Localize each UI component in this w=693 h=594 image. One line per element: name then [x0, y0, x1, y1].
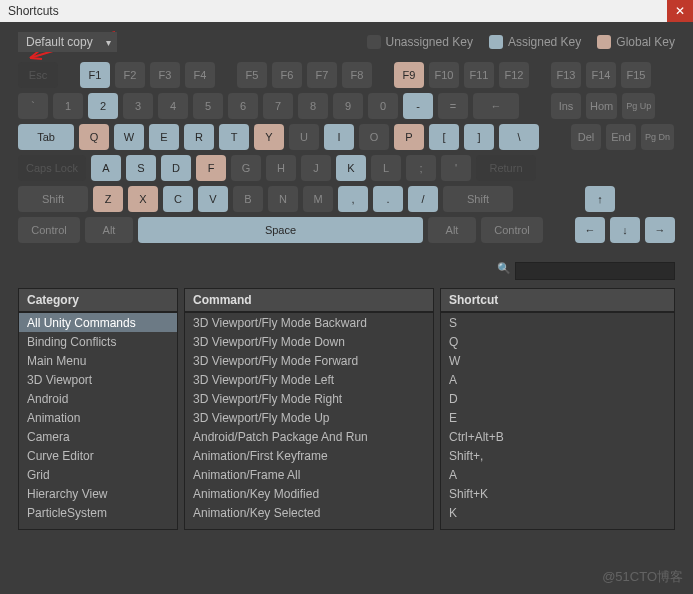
key-h[interactable]: H: [266, 155, 296, 181]
shortcut-item[interactable]: Q: [441, 332, 674, 351]
command-list[interactable]: 3D Viewport/Fly Mode Backward3D Viewport…: [184, 312, 434, 530]
key-g[interactable]: G: [231, 155, 261, 181]
key-del[interactable]: Del: [571, 124, 601, 150]
key-f5[interactable]: F5: [237, 62, 267, 88]
shortcut-item[interactable]: S: [441, 313, 674, 332]
key-s[interactable]: S: [126, 155, 156, 181]
key-f[interactable]: F: [196, 155, 226, 181]
key-minus[interactable]: -: [403, 93, 433, 119]
key-f11[interactable]: F11: [464, 62, 494, 88]
key-tab[interactable]: Tab: [18, 124, 74, 150]
key-end[interactable]: End: [606, 124, 636, 150]
category-item[interactable]: Grid: [19, 465, 177, 484]
key-2[interactable]: 2: [88, 93, 118, 119]
key-8[interactable]: 8: [298, 93, 328, 119]
key-y[interactable]: Y: [254, 124, 284, 150]
key-f12[interactable]: F12: [499, 62, 529, 88]
key-comma[interactable]: ,: [338, 186, 368, 212]
key-q[interactable]: Q: [79, 124, 109, 150]
search-input[interactable]: [515, 262, 675, 280]
key-l[interactable]: L: [371, 155, 401, 181]
profile-dropdown[interactable]: Default copy: [18, 32, 117, 52]
shortcut-list[interactable]: SQWADECtrl+Alt+BShift+,AShift+KK: [440, 312, 675, 530]
key-5[interactable]: 5: [193, 93, 223, 119]
key-f2[interactable]: F2: [115, 62, 145, 88]
key-right[interactable]: →: [645, 217, 675, 243]
key-j[interactable]: J: [301, 155, 331, 181]
category-item[interactable]: Main Menu: [19, 351, 177, 370]
key-w[interactable]: W: [114, 124, 144, 150]
key-down[interactable]: ↓: [610, 217, 640, 243]
key-rctrl[interactable]: Control: [481, 217, 543, 243]
key-up[interactable]: ↑: [585, 186, 615, 212]
key-backtick[interactable]: `: [18, 93, 48, 119]
shortcut-item[interactable]: E: [441, 408, 674, 427]
command-item[interactable]: Animation/Frame All: [185, 465, 433, 484]
key-3[interactable]: 3: [123, 93, 153, 119]
command-item[interactable]: Android/Patch Package And Run: [185, 427, 433, 446]
shortcut-item[interactable]: K: [441, 503, 674, 522]
key-return[interactable]: Return: [476, 155, 536, 181]
key-f3[interactable]: F3: [150, 62, 180, 88]
key-rbracket[interactable]: ]: [464, 124, 494, 150]
key-f6[interactable]: F6: [272, 62, 302, 88]
key-pgdn[interactable]: Pg Dn: [641, 124, 674, 150]
key-lbracket[interactable]: [: [429, 124, 459, 150]
key-ins[interactable]: Ins: [551, 93, 581, 119]
key-1[interactable]: 1: [53, 93, 83, 119]
key-period[interactable]: .: [373, 186, 403, 212]
command-item[interactable]: Animation/First Keyframe: [185, 446, 433, 465]
key-esc[interactable]: Esc: [18, 62, 58, 88]
key-d[interactable]: D: [161, 155, 191, 181]
category-item[interactable]: Curve Editor: [19, 446, 177, 465]
category-item[interactable]: Android: [19, 389, 177, 408]
key-f15[interactable]: F15: [621, 62, 651, 88]
shortcut-item[interactable]: Shift+,: [441, 446, 674, 465]
command-item[interactable]: 3D Viewport/Fly Mode Up: [185, 408, 433, 427]
command-item[interactable]: 3D Viewport/Fly Mode Right: [185, 389, 433, 408]
key-backslash[interactable]: \: [499, 124, 539, 150]
key-m[interactable]: M: [303, 186, 333, 212]
key-f4[interactable]: F4: [185, 62, 215, 88]
key-home[interactable]: Hom: [586, 93, 617, 119]
category-item[interactable]: ParticleSystem: [19, 503, 177, 522]
category-item[interactable]: All Unity Commands: [19, 313, 177, 332]
key-k[interactable]: K: [336, 155, 366, 181]
key-equals[interactable]: =: [438, 93, 468, 119]
key-f7[interactable]: F7: [307, 62, 337, 88]
key-7[interactable]: 7: [263, 93, 293, 119]
key-n[interactable]: N: [268, 186, 298, 212]
key-c[interactable]: C: [163, 186, 193, 212]
key-b[interactable]: B: [233, 186, 263, 212]
key-i[interactable]: I: [324, 124, 354, 150]
command-item[interactable]: Animation/Key Modified: [185, 484, 433, 503]
key-f13[interactable]: F13: [551, 62, 581, 88]
key-rshift[interactable]: Shift: [443, 186, 513, 212]
command-item[interactable]: 3D Viewport/Fly Mode Backward: [185, 313, 433, 332]
key-t[interactable]: T: [219, 124, 249, 150]
key-apostrophe[interactable]: ': [441, 155, 471, 181]
key-r[interactable]: R: [184, 124, 214, 150]
key-f9[interactable]: F9: [394, 62, 424, 88]
key-a[interactable]: A: [91, 155, 121, 181]
command-item[interactable]: Animation/Key Selected: [185, 503, 433, 522]
key-capslock[interactable]: Caps Lock: [18, 155, 86, 181]
command-item[interactable]: 3D Viewport/Fly Mode Left: [185, 370, 433, 389]
key-e[interactable]: E: [149, 124, 179, 150]
shortcut-item[interactable]: D: [441, 389, 674, 408]
key-space[interactable]: Space: [138, 217, 423, 243]
key-f8[interactable]: F8: [342, 62, 372, 88]
category-item[interactable]: Camera: [19, 427, 177, 446]
key-backspace[interactable]: ←: [473, 93, 519, 119]
key-p[interactable]: P: [394, 124, 424, 150]
key-slash[interactable]: /: [408, 186, 438, 212]
key-o[interactable]: O: [359, 124, 389, 150]
key-4[interactable]: 4: [158, 93, 188, 119]
key-lctrl[interactable]: Control: [18, 217, 80, 243]
category-item[interactable]: 3D Viewport: [19, 370, 177, 389]
key-lalt[interactable]: Alt: [85, 217, 133, 243]
close-button[interactable]: ✕: [667, 0, 693, 22]
key-left[interactable]: ←: [575, 217, 605, 243]
key-9[interactable]: 9: [333, 93, 363, 119]
key-0[interactable]: 0: [368, 93, 398, 119]
